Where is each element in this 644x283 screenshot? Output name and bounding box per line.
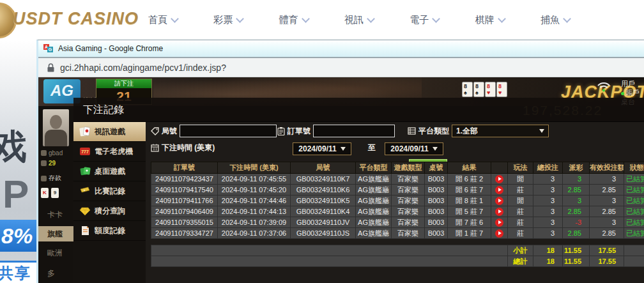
lobby-item[interactable]: 歐洲	[38, 245, 73, 261]
playing-cards-icon	[79, 126, 91, 137]
calendar-icon	[151, 144, 159, 152]
online-dot-icon	[621, 92, 624, 95]
svg-text:777: 777	[81, 149, 89, 154]
round-input[interactable]	[180, 125, 277, 137]
ag-favicon: A G	[43, 44, 54, 53]
chevron-down-icon	[302, 15, 310, 23]
username-row: gbad	[41, 149, 63, 157]
tab-video-games[interactable]: 視訊遊戲	[73, 122, 146, 142]
table-row: 2409110793347272024-09-11 07:37:06 GB003…	[151, 228, 644, 239]
site-header: USDT CASINO 首頁 彩票 體育 視訊 電子 棋牌 捕魚	[0, 0, 644, 40]
nav-item-slots[interactable]: 電子	[410, 14, 439, 26]
chevron-down-icon	[563, 15, 571, 23]
bet-prompt: 請下注	[96, 79, 151, 88]
ag-game-frame: AG ASIA GAMING 請下注 21 8♠ 8♠ 8♥ 8♥ JACKPO…	[38, 77, 644, 283]
dropdown-arrow-icon	[433, 147, 438, 151]
table-games-icon	[79, 166, 91, 176]
platform-label: 平台類型	[418, 126, 449, 137]
replay-button[interactable]	[495, 218, 503, 227]
nav-item-lottery[interactable]: 彩票	[213, 14, 243, 26]
deposit-icon	[41, 176, 47, 181]
panel-title: 下注記錄	[73, 98, 644, 122]
order-input[interactable]	[313, 125, 395, 137]
tab-match-records[interactable]: 比賽記錄	[73, 181, 146, 201]
banner-glyph: P	[3, 171, 29, 217]
avatar	[43, 109, 69, 146]
chevron-down-icon	[498, 15, 506, 23]
replay-button[interactable]	[495, 208, 503, 216]
total-row: 總計 18 11.55 17.55	[151, 256, 644, 267]
balance-row: 29	[41, 160, 56, 167]
ticket-icon	[79, 186, 91, 196]
banner-glyph: 戏	[0, 124, 27, 171]
replay-button[interactable]	[495, 229, 503, 238]
table-row: 2409110794064092024-09-11 07:44:13 GB003…	[151, 206, 644, 217]
url-bar[interactable]: gci.2hhapi.com/agingame/pcv1/index.jsp?	[38, 58, 644, 77]
date-to-picker[interactable]: 2024/09/11	[385, 142, 443, 155]
banner-share-text: 共享	[0, 261, 36, 283]
bet-time-label: 下注時間 (美東)	[162, 142, 215, 153]
deposit-button[interactable]: 存款	[41, 174, 61, 183]
nav-item-sports[interactable]: 體育	[279, 14, 309, 26]
platform-type-icon	[408, 127, 416, 135]
nav-item-home[interactable]: 首頁	[148, 14, 178, 26]
tab-points-query[interactable]: 積分查詢	[73, 201, 146, 221]
user-icon	[41, 150, 47, 156]
lobby-item[interactable]: 卡卡	[38, 207, 73, 222]
dropdown-arrow-icon	[341, 147, 346, 151]
chevron-down-icon	[171, 15, 179, 23]
lobby-item[interactable]: 多	[38, 266, 73, 281]
replay-button[interactable]	[495, 186, 503, 194]
subtotal-row: 小計 18 11.55 17.55	[151, 245, 644, 256]
to-label: 至	[368, 142, 376, 153]
recent-cards: K 9	[41, 188, 59, 198]
moneybag-icon	[41, 160, 47, 166]
date-from-picker[interactable]: 2024/09/11	[293, 142, 351, 155]
window-titlebar[interactable]: A G Asia Gaming - Google Chrome	[38, 40, 644, 58]
order-label: 訂單號	[288, 126, 310, 137]
lock-icon	[47, 63, 54, 72]
round-tag-icon	[151, 127, 159, 135]
platform-select[interactable]: 1.全部	[452, 125, 549, 137]
table-row: 2409110793550152024-09-11 07:39:09 GB003…	[151, 217, 644, 228]
panel-tabs: 視訊遊戲 777 電子老虎機	[73, 122, 146, 283]
wifi-icon	[597, 81, 611, 93]
slot-777-icon: 777	[79, 146, 91, 157]
replay-button[interactable]	[495, 197, 503, 205]
table-header-row: 訂單號 下注時間 (美東) 局號 平台類型 遊戲類型 桌號 結果 玩法 總投注	[151, 162, 644, 174]
replay-button[interactable]	[495, 175, 503, 183]
tab-credit-records[interactable]: 額度記錄	[73, 221, 146, 241]
site-logo: USDT CASINO	[13, 9, 139, 29]
lobby-item-active[interactable]: 旗艦	[38, 226, 73, 241]
table-row: 2409110794175402024-09-11 07:45:20 GB003…	[151, 185, 644, 195]
chevron-down-icon	[236, 15, 244, 23]
window-title: Asia Gaming - Google Chrome	[58, 44, 163, 53]
nav-item-live[interactable]: 視訊	[344, 14, 374, 26]
table-row: 2409110794117662024-09-11 07:44:46 GB003…	[151, 195, 644, 206]
promo-banner: 戏 P 8% 共享	[0, 40, 36, 283]
chevron-down-icon	[367, 15, 375, 23]
diamond-icon	[79, 206, 91, 216]
jackpot-cards: 8♠ 8♠ 8♥ 8♥	[462, 82, 508, 97]
table-row: 2409110794234372024-09-11 07:45:55 GB003…	[151, 174, 644, 185]
panel-content: 局號 訂單號	[146, 122, 644, 283]
tab-table-games[interactable]: 桌面遊戲	[73, 162, 146, 181]
tab-slots[interactable]: 777 電子老虎機	[73, 142, 146, 162]
client-sidebar: gbad 29 存款 K 9 卡卡 旗艦 歐洲 多	[38, 106, 73, 283]
url-text: gci.2hhapi.com/agingame/pcv1/index.jsp?	[60, 63, 226, 73]
banner-percent: 8%	[0, 220, 36, 252]
bet-records-table: 訂單號 下注時間 (美東) 局號 平台類型 遊戲類型 桌號 結果 玩法 總投注	[151, 162, 644, 283]
nav-item-cards[interactable]: 棋牌	[475, 14, 505, 26]
chevron-down-icon	[432, 15, 440, 23]
order-clipboard-icon	[277, 127, 285, 135]
round-label: 局號	[162, 126, 177, 137]
dropdown-arrow-icon	[539, 129, 544, 133]
document-icon	[79, 226, 91, 236]
main-nav: 首頁 彩票 體育 視訊 電子 棋牌 捕魚	[148, 0, 570, 40]
chrome-window: A G Asia Gaming - Google Chrome gci.2hha…	[36, 40, 644, 283]
nav-item-fishing[interactable]: 捕魚	[540, 14, 570, 26]
bet-record-panel: 下注記錄 視訊遊戲 77	[73, 98, 644, 283]
